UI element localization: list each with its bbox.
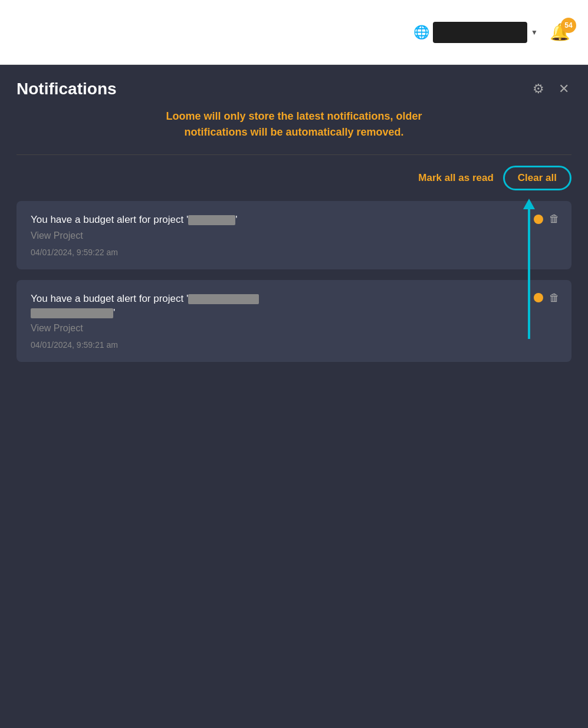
language-dropdown[interactable] (433, 22, 527, 43)
unread-indicator (534, 215, 543, 224)
gear-icon: ⚙ (533, 81, 544, 96)
card-top-row: You have a budget alert for project ' ' … (31, 292, 560, 320)
unread-indicator (534, 293, 543, 302)
redacted-project-name (188, 294, 259, 304)
view-project-link[interactable]: View Project (31, 230, 560, 241)
clear-all-button[interactable]: Clear all (503, 166, 571, 190)
view-project-link[interactable]: View Project (31, 323, 560, 334)
arrow-head (523, 199, 535, 209)
card-actions: 🗑 (534, 213, 560, 225)
close-button[interactable]: ✕ (556, 79, 571, 99)
panel-title: Notifications (17, 80, 117, 98)
mark-all-read-button[interactable]: Mark all as read (418, 172, 494, 184)
card-actions: 🗑 (534, 292, 560, 304)
notification-timestamp: 04/01/2024, 9:59:22 am (31, 248, 118, 257)
info-message: Loome will only store the latest notific… (17, 108, 571, 140)
notification-card: You have a budget alert for project ' ' … (17, 280, 571, 363)
language-selector-wrapper: 🌐 ▼ (413, 22, 538, 43)
settings-button[interactable]: ⚙ (530, 79, 547, 99)
notification-timestamp: 04/01/2024, 9:59:21 am (31, 340, 118, 350)
notification-card: You have a budget alert for project ' ' … (17, 201, 571, 269)
arrow-annotation (523, 199, 535, 339)
notifications-panel: Notifications ⚙ ✕ Loome will only store … (0, 65, 588, 728)
chevron-down-icon: ▼ (531, 28, 538, 37)
card-top-row: You have a budget alert for project ' ' … (31, 213, 560, 227)
notification-message: You have a budget alert for project ' ' (31, 292, 527, 320)
close-icon: ✕ (559, 81, 569, 96)
globe-icon: 🌐 (413, 25, 429, 40)
redacted-project-name-2 (31, 308, 113, 318)
redacted-project-name (188, 215, 235, 225)
notification-badge: 54 (561, 18, 576, 33)
notifications-bell-wrapper: 🔔 54 (550, 22, 570, 42)
arrow-line (528, 209, 530, 339)
panel-icon-group: ⚙ ✕ (530, 79, 571, 99)
action-row: Mark all as read Clear all (17, 166, 571, 190)
panel-header: Notifications ⚙ ✕ (17, 79, 571, 99)
app-header: 🌐 ▼ 🔔 54 (0, 0, 588, 65)
divider (17, 154, 571, 155)
notification-message: You have a budget alert for project ' ' (31, 213, 527, 227)
delete-notification-button[interactable]: 🗑 (549, 213, 560, 225)
delete-notification-button[interactable]: 🗑 (549, 292, 560, 304)
